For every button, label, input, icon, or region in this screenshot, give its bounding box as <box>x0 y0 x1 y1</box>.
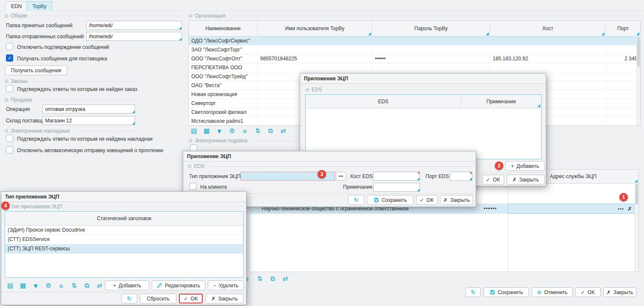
collapse-icon[interactable]: ⊖ <box>4 78 9 84</box>
eds-ok-button[interactable]: ✓ OK <box>482 175 504 184</box>
org-table-scrollbar[interactable] <box>636 37 640 125</box>
received-folder-input[interactable] <box>86 21 182 30</box>
address-editor[interactable]: ••• ✗ <box>508 204 638 214</box>
org-cell-port <box>606 117 640 125</box>
minus-icon: − <box>213 283 216 289</box>
org-col-host[interactable]: Хост <box>490 21 606 36</box>
org-cell-name: ЗАО "ЛюксСофтТорг" <box>189 45 258 54</box>
refresh-columns-icon[interactable]: ⇄ <box>278 126 288 136</box>
group-eds-header: ⊖ EDS <box>187 163 472 169</box>
org-table-row[interactable]: ОДО "ЛюксСофтСервис" <box>189 37 640 45</box>
eds-close-button[interactable]: ✗ Закрыть <box>507 175 545 184</box>
filter-icon[interactable]: ▼ <box>31 281 40 290</box>
collapse-icon[interactable]: ⊖ <box>188 138 193 144</box>
sort-icon[interactable]: ⇅ <box>69 281 79 290</box>
refresh-columns-icon[interactable]: ⇄ <box>281 274 290 283</box>
org-cell-user <box>258 37 372 45</box>
list-view-icon[interactable]: ▤ <box>189 126 199 136</box>
eds-list-dialog-titlebar[interactable]: Приложения ЭЦП <box>300 74 546 84</box>
disable-auto-notify-checkbox[interactable] <box>6 146 13 153</box>
eds-refresh-button[interactable]: ↻ <box>348 195 364 205</box>
type-delete-button[interactable]: − Удалить <box>208 280 244 290</box>
type-close-button[interactable]: ✗ Закрыть <box>205 294 244 303</box>
type-add-button[interactable]: + Добавить <box>105 280 149 290</box>
collapse-icon[interactable]: ⊖ <box>305 87 309 93</box>
step-badge-3: 3 <box>318 170 326 178</box>
cancel-button-main[interactable]: ⊘ Отменить <box>532 287 573 297</box>
open-window-icon[interactable]: ⧉ <box>266 126 275 136</box>
eds-col-note[interactable]: Примечание <box>461 95 541 108</box>
org-cell-name: ООО "ЛюксСофтТрейд" <box>189 72 258 81</box>
disable-confirm-checkbox[interactable] <box>6 43 13 50</box>
collapse-icon[interactable]: ⊖ <box>4 128 9 134</box>
collapse-icon[interactable]: ⊖ <box>4 13 9 19</box>
type-dialog-titlebar[interactable]: Тип приложения ЭЦП <box>1 192 246 202</box>
numbered-list-icon[interactable]: ≡ <box>240 126 250 136</box>
settings-icon[interactable]: ⚙ <box>44 281 53 290</box>
filter-icon[interactable]: ▼ <box>215 126 224 136</box>
type-col-title[interactable]: Статический заголовок <box>5 212 243 225</box>
signatures-scrollbar[interactable] <box>635 184 638 272</box>
warehouse-input[interactable] <box>43 116 135 125</box>
settings-icon[interactable]: ⚙ <box>227 126 237 136</box>
org-col-port[interactable]: Порт <box>606 21 640 36</box>
on-client-checkbox[interactable] <box>189 183 196 190</box>
collapse-icon[interactable]: ⊖ <box>188 13 193 19</box>
collapse-icon[interactable]: ⊖ <box>187 163 192 169</box>
org-col-password[interactable]: Пароль TopBy <box>372 21 490 36</box>
save-icon <box>490 289 495 295</box>
type-ok-button[interactable]: ✓ OK <box>179 294 203 303</box>
save-button-main[interactable]: Сохранить <box>484 287 529 297</box>
eds-edit-close-button[interactable]: ✗ Закрыть <box>440 195 473 205</box>
eds-edit-ok-button[interactable]: ✓ OK <box>416 195 437 205</box>
tab-edn[interactable]: EDN <box>5 1 28 11</box>
clear-icon[interactable]: ✗ <box>627 206 632 212</box>
scrollbar-thumb[interactable] <box>635 184 638 204</box>
scrollbar-thumb[interactable] <box>637 37 640 67</box>
list-view-icon[interactable]: ▤ <box>6 281 15 290</box>
eds-list-dialog-title: Приложения ЭЦП <box>304 76 348 82</box>
close-button-main[interactable]: ✗ Закрыть <box>603 287 636 297</box>
received-folder-label: Папка принятых сообщений <box>6 23 73 28</box>
org-table-row[interactable]: ООО "ЛюксСофтОпт"9855701648225••••••185.… <box>189 54 640 63</box>
eds-port-input[interactable] <box>450 172 472 181</box>
type-edit-button[interactable]: Редактировать <box>152 280 205 290</box>
operation-input[interactable] <box>43 105 135 113</box>
grid-view-icon[interactable]: ▦ <box>18 281 28 290</box>
open-window-icon[interactable]: ⧉ <box>82 281 91 290</box>
numbered-list-icon[interactable]: ≡ <box>57 281 66 290</box>
open-window-icon[interactable]: ⧉ <box>268 274 277 283</box>
org-col-user[interactable]: Имя пользователя TopBy <box>258 21 372 36</box>
org-col-name[interactable]: Наименование <box>189 21 258 36</box>
sent-folder-input[interactable] <box>86 32 182 41</box>
eds-host-input[interactable] <box>373 172 420 181</box>
eds-edit-dialog-titlebar[interactable]: Приложение ЭЦП <box>183 151 476 162</box>
get-messages-button[interactable]: Получить сообщения <box>5 65 67 75</box>
ellipsis-button[interactable]: ••• <box>618 206 624 211</box>
invoices-confirm-checkbox[interactable] <box>6 135 13 142</box>
refresh-columns-icon[interactable]: ⇄ <box>95 281 104 290</box>
org-cell-password <box>372 37 490 45</box>
ok-button-main[interactable]: ✓ OK <box>575 287 601 297</box>
orders-confirm-checkbox[interactable] <box>6 85 13 92</box>
type-refresh-button[interactable]: ↻ <box>121 294 137 303</box>
type-reset-button[interactable]: Сбросить <box>140 294 176 303</box>
eds-add-button[interactable]: + Добавить <box>505 161 545 171</box>
refresh-icon: ↻ <box>127 295 132 302</box>
type-table-row[interactable]: (ЭДиН) Прокси сервис Docudrive <box>5 226 243 235</box>
eds-col-eds[interactable]: EDS <box>306 95 461 108</box>
sort-icon[interactable]: ⇅ <box>255 274 264 283</box>
type-table-row[interactable]: (СТТ) ЭЦП REST-сервисы <box>5 244 243 254</box>
refresh-button-main[interactable]: ↻ <box>465 287 481 297</box>
type-table-row[interactable]: (СТТ) EDSService <box>5 235 243 244</box>
org-table-row[interactable]: ЗАО "ЛюксСофтТорг" <box>189 45 640 54</box>
eds-save-button[interactable]: Сохранить <box>367 195 414 205</box>
tab-topby[interactable]: TopBy <box>26 1 52 11</box>
receive-for-supplier-checkbox[interactable] <box>6 54 13 62</box>
org-table-row[interactable]: ПЕРСПЕКТИВА ООО <box>189 63 640 72</box>
eds-note-input[interactable] <box>373 183 420 192</box>
sort-icon[interactable]: ⇅ <box>253 126 262 136</box>
eds-type-ellipsis-button[interactable]: ••• <box>336 172 346 181</box>
collapse-icon[interactable]: ⊖ <box>4 97 9 103</box>
grid-view-icon[interactable]: ▦ <box>202 126 211 136</box>
